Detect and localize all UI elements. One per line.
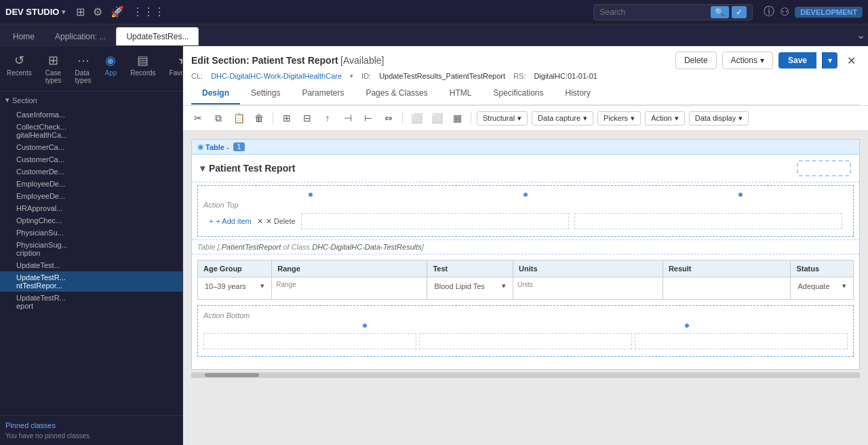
network-icon[interactable]: ⚇ (780, 5, 789, 18)
sidebar-item-app[interactable]: ◉ App (98, 50, 124, 87)
cl-value[interactable]: DHC-DigitalHC-Work-DigitalHealthCare (211, 72, 342, 80)
cell-test[interactable]: Blood Lipid Tes ▾ (427, 277, 513, 300)
sidebar-tree-item[interactable]: PhysicianSu... (0, 227, 182, 239)
tab-html[interactable]: HTML (439, 83, 483, 104)
tab-application[interactable]: Application: ... (45, 27, 116, 45)
sidebar-tree-item[interactable]: EmployeeDe... (0, 190, 182, 202)
adjust-icon[interactable]: ⇔ (380, 110, 397, 126)
action-top-label: Action Top (203, 201, 239, 209)
sidebar-with-scroll: ▾ Section CaseInforma... CollectCheck...… (0, 92, 182, 445)
sidebar-tree-item-active[interactable]: UpdateTestR...ntTestRepor... (0, 271, 182, 292)
search-input[interactable] (599, 7, 708, 17)
align-right-icon[interactable]: ⬜ (429, 110, 445, 126)
tab-design[interactable]: Design (191, 83, 240, 104)
col-result: Result (663, 260, 791, 277)
chevron-down-icon: ▾ (62, 8, 65, 16)
search-button[interactable]: 🔍 (711, 6, 729, 18)
top-bar-icons: ⊞ ⚙ 🚀 ⋮⋮⋮ (76, 5, 165, 18)
sidebar-item-recents[interactable]: ↺ Recents (0, 50, 39, 87)
col-test: Test (427, 260, 513, 277)
data-display-dropdown[interactable]: Data display ▾ (689, 111, 749, 125)
add-row-icon[interactable]: ⊞ (279, 110, 295, 126)
h-scroll-thumb[interactable] (205, 373, 259, 377)
grid-icon[interactable]: ⊞ (76, 5, 85, 18)
expand-icon: ▾ (5, 96, 9, 104)
table-icon[interactable]: ▦ (449, 110, 465, 126)
data-table-wrapper: Age Group Range Test Units Result Status (192, 257, 859, 303)
sidebar-section-header[interactable]: ▾ Section (0, 92, 182, 109)
cut-icon[interactable]: ✂ (190, 110, 206, 126)
sidebar-tree-item[interactable]: UpdateTest... (0, 259, 182, 271)
sidebar-tree-item[interactable]: CaseInforma... (0, 109, 182, 121)
test-select[interactable]: Blood Lipid Tes ▾ (431, 280, 509, 292)
checkmark-button[interactable]: ✓ (732, 6, 747, 18)
tab-update-test[interactable]: UpdateTestRes... (116, 27, 199, 45)
pickers-dropdown[interactable]: Pickers ▾ (597, 111, 641, 125)
units-input[interactable] (517, 288, 658, 296)
align-left-icon[interactable]: ⬜ (408, 110, 425, 126)
add-item-button[interactable]: + + Add item (209, 217, 252, 225)
bottom-placeholder-2 (419, 333, 632, 349)
info-icon[interactable]: ⓘ (764, 5, 774, 19)
tab-pages-classes[interactable]: Pages & Classes (355, 83, 438, 104)
tab-home[interactable]: Home (3, 27, 45, 45)
tab-settings[interactable]: Settings (240, 83, 291, 104)
chevron-down-icon: ▾ (631, 114, 635, 123)
sidebar-tree-item[interactable]: UpdateTestR...eport (0, 292, 182, 312)
sidebar-item-data-types[interactable]: ⋯ Data types (68, 50, 98, 87)
split-icon[interactable]: ⊣ (340, 110, 356, 126)
app-title[interactable]: DEV STUDIO ▾ (5, 7, 65, 17)
paste-icon[interactable]: 📋 (231, 110, 247, 126)
merge-icon[interactable]: ⊢ (360, 110, 376, 126)
settings-icon[interactable]: ⚙ (93, 5, 102, 18)
save-dropdown-button[interactable]: ▾ (822, 52, 837, 69)
actions-button[interactable]: Actions ▾ (722, 52, 773, 69)
tab-history[interactable]: History (555, 83, 601, 104)
cell-status[interactable]: Adequate ▾ (791, 277, 854, 300)
cell-range[interactable]: Range (272, 277, 427, 300)
tab-overflow-icon[interactable]: ⌄ (856, 28, 865, 41)
sidebar-item-case-types[interactable]: ⊞ Case types (39, 50, 68, 87)
sidebar-tree-item[interactable]: OptingChec... (0, 214, 182, 227)
tab-specifications[interactable]: Specifications (482, 83, 554, 104)
cell-result[interactable] (663, 277, 791, 300)
status-select[interactable]: Adequate ▾ (795, 280, 849, 292)
cell-age-group[interactable]: 10–39 years ▾ (198, 277, 272, 300)
sidebar-tree-item[interactable]: CollectCheck...gitalHealthCa... (0, 121, 182, 141)
chevron-down-icon: ▾ (675, 114, 679, 123)
sidebar-tree-item[interactable]: CustomerCa... (0, 141, 182, 153)
delete-button[interactable]: Delete (675, 52, 717, 69)
sidebar-tree-item[interactable]: HRApproval... (0, 202, 182, 214)
sidebar-item-records[interactable]: ▤ Records (123, 50, 162, 87)
sidebar: ↺ Recents ⊞ Case types ⋯ Data types ◉ Ap… (0, 46, 183, 445)
add-col-icon[interactable]: ⊟ (299, 110, 315, 126)
table-header-row: Age Group Range Test Units Result Status (198, 260, 854, 277)
sidebar-tree-item[interactable]: CustomerDe... (0, 166, 182, 178)
apps-icon[interactable]: ⋮⋮⋮ (132, 5, 165, 18)
sidebar-tree-item[interactable]: PhysicianSug...cription (0, 239, 182, 259)
cell-units[interactable]: Units (513, 277, 663, 300)
save-button[interactable]: Save (778, 52, 816, 69)
copy-icon[interactable]: ⧉ (210, 110, 226, 126)
move-up-icon[interactable]: ↑ (319, 110, 336, 126)
range-input[interactable] (276, 288, 422, 296)
action-dropdown[interactable]: Action ▾ (645, 111, 685, 125)
tab-parameters[interactable]: Parameters (291, 83, 355, 104)
main-layout: ↺ Recents ⊞ Case types ⋯ Data types ◉ Ap… (0, 46, 868, 445)
delete-item-button[interactable]: ✕ ✕ Delete (257, 217, 296, 226)
close-button[interactable]: ✕ (843, 53, 860, 69)
age-group-select[interactable]: 10–39 years ▾ (202, 280, 267, 292)
data-capture-dropdown[interactable]: Data capture ▾ (532, 111, 593, 125)
horizontal-scrollbar[interactable] (191, 372, 860, 378)
collapse-icon[interactable]: ▾ (200, 163, 205, 174)
favorites-icon: ★ (178, 53, 183, 68)
sidebar-tree-item[interactable]: EmployeeDe... (0, 178, 182, 190)
sidebar-tree-item[interactable]: CustomerCa... (0, 153, 182, 166)
canvas-inner: ◉ Table - 1 ▾ Patient Test Report (191, 139, 860, 370)
rocket-icon[interactable]: 🚀 (111, 5, 124, 18)
delete-row-icon[interactable]: 🗑 (251, 110, 267, 126)
structural-dropdown[interactable]: Structural ▾ (477, 111, 528, 125)
sidebar-item-favorites[interactable]: ★ Favorites (163, 50, 183, 87)
recents-icon: ↺ (14, 53, 24, 68)
result-input[interactable] (667, 280, 787, 288)
